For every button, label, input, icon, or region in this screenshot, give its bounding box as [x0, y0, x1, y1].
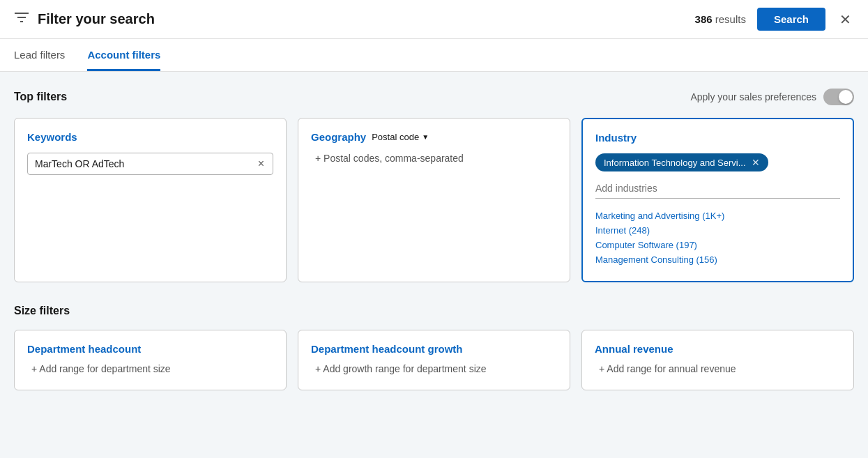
- dept-headcount-add-label: + Add range for department size: [31, 363, 171, 374]
- header: Filter your search 386 results Search ✕: [0, 0, 868, 39]
- postal-code-label: Postal code: [372, 132, 419, 142]
- keywords-input[interactable]: [35, 158, 257, 169]
- industry-suggestions: Marketing and Advertising (1K+) Internet…: [595, 208, 840, 267]
- size-cards-row: Department headcount + Add range for dep…: [14, 330, 854, 390]
- industry-suggestion-3[interactable]: Management Consulting (156): [595, 252, 840, 267]
- geography-title: Geography: [311, 131, 366, 143]
- tab-account-filters[interactable]: Account filters: [87, 39, 160, 71]
- tab-lead-filters[interactable]: Lead filters: [14, 39, 65, 71]
- industry-suggestion-1[interactable]: Internet (248): [595, 223, 840, 238]
- preferences-label: Apply your sales preferences: [690, 91, 816, 102]
- size-filters-section: Size filters Department headcount + Add …: [14, 305, 854, 390]
- filter-cards-row: Keywords × Geography Postal code ▼ + Pos…: [14, 118, 854, 282]
- preferences-toggle-switch[interactable]: [823, 89, 854, 105]
- close-button[interactable]: ✕: [837, 8, 854, 31]
- add-industries-input[interactable]: [595, 180, 840, 199]
- filter-icon: [14, 11, 29, 27]
- postal-code-dropdown[interactable]: Postal code ▼: [372, 132, 429, 142]
- dept-headcount-growth-add-label: + Add growth range for department size: [315, 363, 487, 374]
- page-title: Filter your search: [38, 11, 155, 27]
- preferences-toggle: Apply your sales preferences: [690, 89, 854, 105]
- keywords-card: Keywords ×: [14, 118, 287, 282]
- department-headcount-card: Department headcount + Add range for dep…: [14, 330, 287, 390]
- keywords-input-wrapper: ×: [27, 153, 273, 175]
- add-postal-codes[interactable]: + Postal codes, comma-separated: [311, 153, 557, 164]
- header-left: Filter your search: [14, 11, 155, 27]
- annual-revenue-title: Annual revenue: [595, 343, 841, 355]
- industry-tags: Information Technology and Servi... ✕: [595, 153, 840, 180]
- remove-industry-tag-button[interactable]: ✕: [752, 157, 760, 168]
- main-content: Top filters Apply your sales preferences…: [0, 72, 868, 407]
- dept-headcount-title: Department headcount: [27, 343, 273, 355]
- industry-suggestion-2[interactable]: Computer Software (197): [595, 238, 840, 252]
- header-right: 386 results Search ✕: [695, 8, 854, 31]
- results-count: 386 results: [695, 13, 746, 25]
- annual-revenue-card: Annual revenue + Add range for annual re…: [581, 330, 854, 390]
- top-filters-title: Top filters: [14, 91, 67, 103]
- industry-suggestion-0[interactable]: Marketing and Advertising (1K+): [595, 208, 840, 223]
- selected-industry-tag: Information Technology and Servi... ✕: [595, 153, 768, 171]
- add-dept-headcount-range[interactable]: + Add range for department size: [27, 363, 273, 374]
- search-button[interactable]: Search: [757, 8, 825, 31]
- tabs-bar: Lead filters Account filters: [0, 39, 868, 72]
- size-filters-title: Size filters: [14, 305, 854, 317]
- dept-headcount-growth-title: Department headcount growth: [311, 343, 557, 355]
- top-filters-header: Top filters Apply your sales preferences: [14, 89, 854, 105]
- keywords-title: Keywords: [27, 131, 273, 143]
- geography-header: Geography Postal code ▼: [311, 131, 557, 143]
- geography-card: Geography Postal code ▼ + Postal codes, …: [298, 118, 570, 282]
- industry-tag-label: Information Technology and Servi...: [604, 158, 746, 168]
- add-annual-revenue-range[interactable]: + Add range for annual revenue: [595, 363, 841, 374]
- dept-headcount-growth-card: Department headcount growth + Add growth…: [298, 330, 570, 390]
- clear-keywords-button[interactable]: ×: [257, 158, 266, 170]
- annual-revenue-add-label: + Add range for annual revenue: [599, 363, 736, 374]
- postal-placeholder: + Postal codes, comma-separated: [315, 153, 464, 164]
- dropdown-arrow-icon: ▼: [422, 133, 429, 141]
- industry-title: Industry: [595, 132, 840, 144]
- industry-card: Industry Information Technology and Serv…: [581, 118, 854, 282]
- add-dept-headcount-growth-range[interactable]: + Add growth range for department size: [311, 363, 557, 374]
